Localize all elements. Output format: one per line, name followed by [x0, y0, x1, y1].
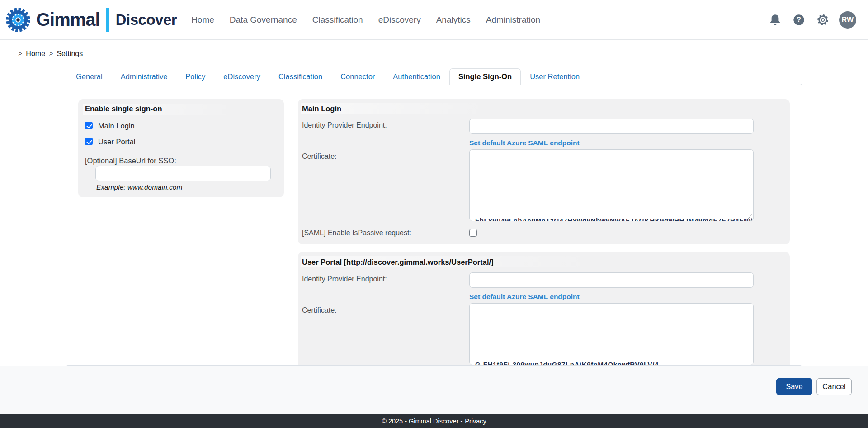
nav-analytics[interactable]: Analytics [436, 15, 471, 25]
bell-icon [769, 14, 781, 26]
breadcrumb-home-link[interactable]: Home [26, 50, 45, 58]
tab-administrative[interactable]: Administrative [112, 68, 177, 85]
user-portal-idp-input[interactable] [469, 272, 754, 288]
user-portal-title: User Portal [http://discover.gimmal.work… [302, 258, 494, 266]
user-portal-section: User Portal [http://discover.gimmal.work… [298, 252, 790, 366]
checkbox-user-portal-label: User Portal [98, 138, 136, 146]
settings-button[interactable] [815, 12, 830, 28]
tab-single-sign-on[interactable]: Single Sign-On [449, 68, 521, 85]
save-button[interactable]: Save [776, 378, 812, 395]
textarea-scrollbar[interactable] [747, 151, 747, 220]
checkbox-main-login-label: Main Login [98, 122, 135, 130]
tab-general[interactable]: General [67, 68, 112, 85]
textarea-scrollbar[interactable] [747, 304, 747, 364]
question-mark-icon: ? [793, 14, 805, 26]
certificate-clipped-text: FhL89u49LnbAc0MnTzG47Hxwq9Nbw9NwA5JAGKHK… [475, 217, 754, 221]
brand-name: Gimmal [36, 10, 100, 30]
user-avatar[interactable]: RW [839, 11, 856, 29]
checkbox-main-login[interactable] [85, 122, 93, 129]
actions-bar: Save Cancel [0, 366, 868, 414]
enable-sso-section: Enable single sign-on Main Login User Po… [78, 99, 284, 197]
brand-product: Discover [116, 11, 177, 29]
main-login-idp-input[interactable] [469, 119, 754, 134]
breadcrumb-separator: > [49, 50, 53, 58]
header-actions: ? RW [767, 11, 856, 29]
baseurl-hint: Example: www.domain.com [96, 183, 182, 191]
checkbox-user-portal[interactable] [85, 138, 93, 145]
footer-privacy-link[interactable]: Privacy [465, 418, 486, 425]
user-portal-idp-label: Identity Provider Endpoint: [302, 275, 387, 283]
nav-classification[interactable]: Classification [312, 15, 363, 25]
enable-sso-title: Enable single sign-on [85, 105, 162, 113]
baseurl-label: [Optional] BaseUrl for SSO: [85, 157, 176, 165]
single-sign-on-panel: Enable single sign-on Main Login User Po… [66, 84, 802, 366]
ispassive-label: [SAML] Enable IsPassive request: [302, 229, 411, 237]
svg-text:?: ? [797, 16, 801, 24]
nav-administration[interactable]: Administration [486, 15, 540, 25]
help-button[interactable]: ? [791, 12, 807, 28]
footer-copyright: © 2025 - Gimmal Discover - [382, 418, 462, 425]
app-footer: © 2025 - Gimmal Discover - Privacy [0, 414, 868, 428]
app-header: Gimmal Discover Home Data Governance Cla… [0, 0, 868, 40]
gear-icon [816, 14, 829, 26]
nav-ediscovery[interactable]: eDiscovery [378, 15, 421, 25]
nav-home[interactable]: Home [191, 15, 214, 25]
main-login-title: Main Login [302, 105, 341, 113]
main-login-idp-label: Identity Provider Endpoint: [302, 121, 387, 129]
gimmal-gear-icon [5, 7, 31, 33]
tab-user-retention[interactable]: User Retention [521, 68, 589, 85]
tab-authentication[interactable]: Authentication [384, 68, 449, 85]
baseurl-input[interactable] [95, 166, 271, 181]
cancel-button[interactable]: Cancel [816, 378, 852, 395]
tab-policy[interactable]: Policy [176, 68, 214, 85]
tab-classification[interactable]: Classification [269, 68, 331, 85]
main-login-azure-saml-link[interactable]: Set default Azure SAML endpoint [469, 139, 580, 147]
app-root: Gimmal Discover Home Data Governance Cla… [0, 0, 868, 428]
brand-divider [106, 8, 109, 32]
main-login-certificate-textarea[interactable]: FhL89u49LnbAc0MnTzG47Hxwq9Nbw9NwA5JAGKHK… [469, 149, 754, 221]
brand-logo[interactable]: Gimmal Discover [5, 7, 177, 33]
notifications-button[interactable] [767, 12, 783, 28]
main-nav: Home Data Governance Classification eDis… [191, 15, 540, 25]
breadcrumb: > Home > Settings [18, 50, 83, 58]
tab-connector[interactable]: Connector [331, 68, 384, 85]
user-portal-certificate-label: Certificate: [302, 306, 336, 314]
breadcrumb-separator: > [18, 50, 22, 58]
checkbox-ispassive[interactable] [469, 229, 477, 237]
main-login-section: Main Login Identity Provider Endpoint: S… [298, 99, 790, 244]
tab-ediscovery[interactable]: eDiscovery [214, 68, 269, 85]
nav-data-governance[interactable]: Data Governance [230, 15, 297, 25]
certificate-clipped-text: G-FH1t9Fj-309wupJduG87LpAjK9fnM4QkpwfRV9… [475, 361, 659, 365]
settings-tabs: General Administrative Policy eDiscovery… [67, 68, 589, 85]
user-portal-azure-saml-link[interactable]: Set default Azure SAML endpoint [469, 293, 580, 301]
breadcrumb-current: Settings [57, 50, 83, 58]
main-login-certificate-label: Certificate: [302, 152, 336, 161]
user-portal-certificate-textarea[interactable]: G-FH1t9Fj-309wupJduG87LpAjK9fnM4QkpwfRV9… [469, 303, 754, 365]
